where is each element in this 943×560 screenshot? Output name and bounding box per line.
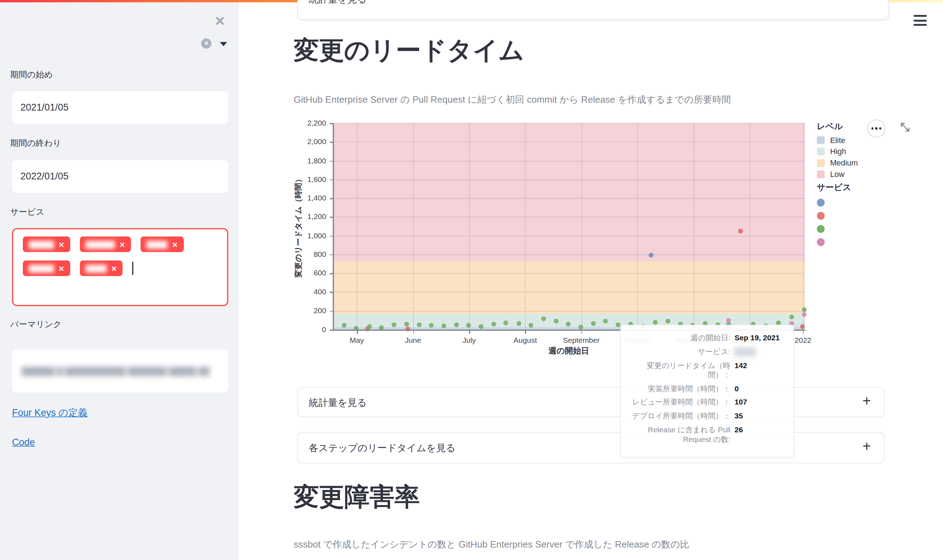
gridline-h [333, 254, 805, 255]
gridline-v [413, 123, 414, 329]
legend-swatch [817, 159, 825, 167]
plus-icon[interactable]: + [862, 393, 871, 409]
chart-actions-button[interactable] [867, 120, 885, 137]
code-link[interactable]: Code [12, 437, 35, 448]
y-axis-line [333, 123, 334, 330]
service-green-point[interactable] [553, 318, 558, 323]
plus-icon[interactable]: + [862, 438, 871, 455]
y-tick-mark [330, 123, 333, 124]
service-pink-point[interactable] [802, 312, 807, 317]
tooltip-key: デプロイ所要時間（時間）： [628, 411, 730, 421]
service-green-point[interactable] [417, 322, 422, 327]
y-tick-label: 2,200 [295, 119, 326, 127]
service-green-point[interactable] [529, 323, 533, 328]
y-tick-mark [330, 311, 333, 312]
remove-tag-icon[interactable]: × [120, 239, 125, 250]
page-title-lead-time: 変更のリードタイム [294, 34, 524, 67]
service-green-point[interactable] [342, 323, 347, 328]
lead-time-chart: 変更のリードタイム（時間） 02004006008001,0001,2001,4… [294, 120, 931, 360]
y-tick-mark [330, 273, 333, 274]
legend-level-label: Elite [830, 135, 846, 145]
service-green-point[interactable] [379, 325, 384, 329]
four-keys-definition-link[interactable]: Four Keys の定義 [12, 407, 88, 420]
sidebar-close-icon[interactable]: × [211, 13, 228, 30]
service-green-point[interactable] [566, 322, 570, 326]
period-end-label: 期間の終わり [10, 138, 62, 149]
y-tick-label: 800 [295, 251, 326, 259]
expander-step-lead-times[interactable]: 各ステップのリードタイムを見る + [297, 432, 885, 464]
legend-service-dot [817, 238, 825, 246]
service-green-point[interactable] [367, 324, 371, 329]
expander-stats-top[interactable]: 統計量を見る + [297, 0, 889, 20]
expander-stats[interactable]: 統計量を見る + [297, 387, 885, 417]
service-tag-redacted-label: ██████ [29, 265, 54, 272]
gridline-h [333, 273, 805, 274]
y-axis-title: 変更のリードタイム（時間） [293, 175, 304, 277]
remove-tag-icon[interactable]: × [59, 239, 64, 250]
service-green-point[interactable] [541, 316, 546, 321]
fullscreen-icon[interactable] [899, 121, 911, 134]
permalink-input[interactable]: ██████ █ ███████████ ███████ █████ ██ [12, 349, 228, 392]
service-blue-point[interactable] [649, 252, 653, 257]
x-tick-mark [413, 330, 414, 334]
y-tick-label: 1,600 [295, 175, 326, 184]
gridline-h [333, 236, 805, 237]
lead-time-caption: GitHub Enterprise Server の Pull Request … [294, 94, 731, 106]
tooltip-key: サービス: [628, 347, 730, 356]
clear-all-icon[interactable]: × [201, 38, 212, 49]
y-tick-mark [330, 254, 333, 255]
service-red-point[interactable] [405, 327, 410, 331]
permalink-redacted-value: ██████ █ ███████████ ███████ █████ ██ [22, 366, 210, 375]
legend-level-item: Medium [817, 158, 895, 167]
legend-swatch [817, 148, 825, 155]
remove-tag-icon[interactable]: × [59, 263, 64, 274]
service-green-point[interactable] [404, 322, 409, 326]
service-green-point[interactable] [454, 322, 459, 327]
service-pink-point[interactable] [726, 318, 730, 323]
gridline-v [581, 123, 582, 329]
tooltip-key: 週の開始日: [628, 333, 730, 343]
chevron-down-icon[interactable] [220, 42, 227, 46]
menu-icon[interactable] [914, 15, 927, 26]
legend-level-label: Medium [830, 158, 858, 167]
x-tick-mark [581, 330, 582, 334]
service-green-point[interactable] [789, 315, 794, 319]
tooltip-key: Release に含まれる Pull Request の数: [628, 425, 730, 445]
legend-swatch [817, 171, 825, 178]
legend-level-label: Low [830, 170, 844, 179]
plus-icon[interactable]: + [867, 0, 875, 5]
tooltip-value: 142 [735, 361, 785, 380]
service-green-point[interactable] [802, 308, 807, 312]
chart-tooltip: 週の開始日:Sep 19, 2021サービス:████変更のリードタイム（時間）… [620, 325, 794, 457]
service-green-point[interactable] [591, 321, 595, 326]
gridline-h [333, 311, 805, 311]
service-green-point[interactable] [579, 325, 583, 329]
sidebar: × 期間の始め 2021/01/05 期間の終わり 2022/01/05 サービ… [0, 3, 239, 560]
period-end-value: 2022/01/05 [20, 171, 69, 182]
remove-tag-icon[interactable]: × [173, 239, 178, 250]
gridline-v [525, 123, 526, 329]
tooltip-row: デプロイ所要時間（時間）：35 [628, 411, 785, 421]
period-end-input[interactable]: 2022/01/05 [12, 160, 228, 192]
period-start-input[interactable]: 2021/01/05 [12, 91, 228, 124]
gridline-h [333, 292, 805, 293]
x-tick-label: August [514, 336, 537, 345]
tooltip-row: サービス:████ [628, 347, 785, 356]
legend-level-item: Low [817, 170, 895, 179]
tooltip-value: Sep 19, 2021 [735, 333, 785, 343]
remove-tag-icon[interactable]: × [111, 263, 117, 274]
gridline-v [803, 123, 804, 329]
band-medium [333, 261, 805, 314]
legend-level-item: High [817, 147, 895, 156]
service-tag: ██████× [23, 260, 70, 276]
gridline-h [333, 217, 805, 218]
service-tag-redacted-label: █████ [146, 241, 167, 248]
x-axis-title: 週の開始日 [549, 346, 589, 356]
service-green-point[interactable] [665, 318, 670, 323]
service-green-point[interactable] [504, 320, 508, 325]
service-tag: █████× [141, 237, 184, 252]
expander-label: 統計量を見る [309, 397, 367, 409]
service-multiselect[interactable]: ██████×███████×█████×██████×█████× [12, 228, 228, 306]
service-green-point[interactable] [441, 323, 446, 328]
expander-label: 各ステップのリードタイムを見る [309, 442, 455, 455]
